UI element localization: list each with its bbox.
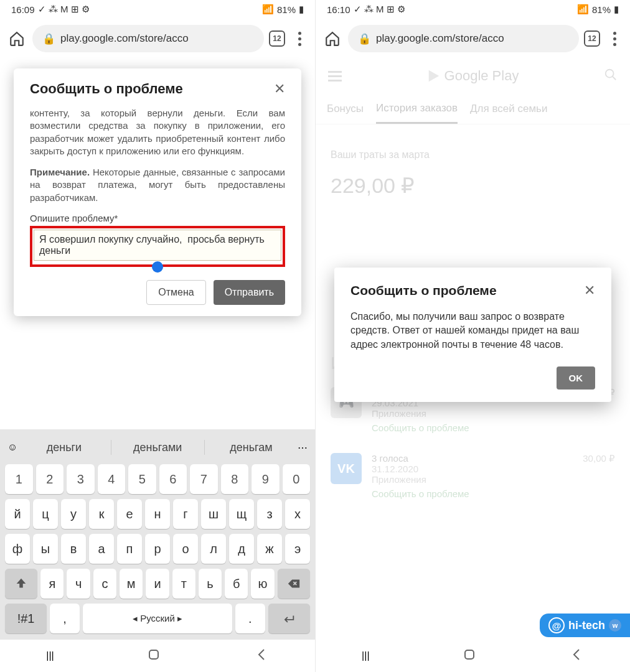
symbols-key[interactable]: !#1 — [5, 604, 47, 633]
status-icons: ✓ ⁂ M ⊞ ⚙ — [354, 4, 405, 15]
key-4[interactable]: 4 — [98, 464, 126, 494]
key-letter[interactable]: о — [173, 534, 198, 564]
status-icons: ✓ ⁂ M ⊞ ⚙ — [38, 4, 90, 15]
tab-bonus[interactable]: Бонусы — [327, 103, 364, 115]
key-letter[interactable]: з — [257, 499, 282, 529]
key-letter[interactable]: й — [5, 499, 30, 529]
key-letter[interactable]: х — [285, 499, 310, 529]
key-letter[interactable]: е — [117, 499, 142, 529]
search-icon[interactable] — [604, 68, 618, 84]
key-letter[interactable]: ч — [67, 569, 90, 599]
key-letter[interactable]: и — [146, 569, 169, 599]
close-icon[interactable]: ✕ — [274, 81, 285, 97]
report-problem-link[interactable]: Сообщить о проблеме — [372, 422, 568, 433]
ok-button[interactable]: OK — [557, 366, 596, 390]
key-letter[interactable]: ц — [33, 499, 58, 529]
key-8[interactable]: 8 — [221, 464, 249, 494]
battery-text: 81% — [592, 4, 611, 15]
key-letter[interactable]: б — [225, 569, 248, 599]
confirmation-text: Спасибо, мы получили ваш запрос о возвра… — [350, 310, 595, 352]
enter-key[interactable] — [268, 604, 310, 633]
confirmation-modal: Сообщить о проблеме ✕ Спасибо, мы получи… — [334, 268, 611, 402]
hamburger-icon[interactable] — [328, 71, 342, 82]
status-bar: 16:10 ✓ ⁂ M ⊞ ⚙ 📶 81% ▮ — [316, 0, 630, 19]
tab-count[interactable]: 12 — [584, 30, 600, 47]
key-letter[interactable]: н — [145, 499, 170, 529]
suggestion-1[interactable]: деньги — [24, 441, 104, 454]
suggestion-3[interactable]: деньгам — [211, 441, 291, 454]
home-button-icon[interactable] — [462, 647, 477, 665]
url-bar[interactable]: 🔒 play.google.com/store/acco — [348, 25, 579, 52]
recent-apps-icon[interactable]: ||| — [46, 650, 54, 661]
browser-bar: 🔒 play.google.com/store/acco 12 — [316, 19, 630, 58]
key-1[interactable]: 1 — [5, 464, 33, 494]
menu-icon[interactable] — [290, 32, 309, 46]
battery-text: 81% — [277, 4, 296, 15]
period-key[interactable]: . — [235, 604, 265, 633]
back-icon[interactable] — [254, 647, 269, 665]
key-5[interactable]: 5 — [128, 464, 156, 494]
url-bar[interactable]: 🔒 play.google.com/store/acco — [32, 25, 264, 52]
key-letter[interactable]: г — [173, 499, 198, 529]
menu-icon[interactable] — [605, 32, 624, 46]
home-icon[interactable] — [322, 28, 343, 49]
key-6[interactable]: 6 — [159, 464, 187, 494]
key-letter[interactable]: ю — [251, 569, 274, 599]
key-letter[interactable]: ж — [257, 534, 282, 564]
order-date: 31.12.2020 — [372, 464, 573, 474]
key-letter[interactable]: щ — [229, 499, 254, 529]
key-letter[interactable]: ф — [5, 534, 30, 564]
home-icon[interactable] — [6, 28, 27, 49]
key-0[interactable]: 0 — [283, 464, 311, 494]
status-time: 16:09 — [11, 4, 35, 15]
key-letter[interactable]: в — [61, 534, 86, 564]
more-icon[interactable]: ⋯ — [298, 442, 308, 454]
key-letter[interactable]: ы — [33, 534, 58, 564]
key-letter[interactable]: п — [117, 534, 142, 564]
backspace-key[interactable] — [278, 569, 310, 599]
problem-description-input[interactable] — [34, 230, 281, 261]
emoji-toggle-icon[interactable]: ☺ — [7, 442, 17, 453]
key-letter[interactable]: д — [229, 534, 254, 564]
close-icon[interactable]: ✕ — [584, 282, 595, 299]
recent-apps-icon[interactable]: ||| — [362, 650, 369, 661]
send-button[interactable]: Отправить — [214, 280, 285, 305]
shift-key[interactable] — [5, 569, 37, 599]
order-item: VK 3 голоса 31.12.2020 Приложения Сообщи… — [331, 443, 615, 509]
spend-summary: Ваши траты за марта 229,00 ₽ — [316, 124, 630, 210]
key-letter[interactable]: т — [172, 569, 195, 599]
back-icon[interactable] — [569, 647, 584, 665]
space-key[interactable]: ◂ Русский ▸ — [83, 604, 232, 633]
key-letter[interactable]: к — [89, 499, 114, 529]
key-3[interactable]: 3 — [67, 464, 95, 494]
key-letter[interactable]: с — [93, 569, 116, 599]
key-7[interactable]: 7 — [190, 464, 218, 494]
report-problem-link[interactable]: Сообщить о проблеме — [372, 488, 573, 499]
key-letter[interactable]: ь — [199, 569, 222, 599]
url-text: play.google.com/store/acco — [376, 32, 504, 45]
key-letter[interactable]: л — [201, 534, 226, 564]
key-letter[interactable]: я — [40, 569, 63, 599]
key-letter[interactable]: р — [145, 534, 170, 564]
key-letter[interactable]: м — [120, 569, 143, 599]
key-letter[interactable]: у — [61, 499, 86, 529]
suggestion-2[interactable]: деньгами — [118, 441, 198, 454]
soft-keyboard: ☺ деньги деньгами деньгам ⋯ 1 2 3 4 5 6 … — [0, 429, 315, 640]
tab-count[interactable]: 12 — [269, 30, 285, 47]
home-button-icon[interactable] — [146, 647, 161, 665]
tab-history[interactable]: История заказов — [376, 95, 458, 124]
comma-key[interactable]: , — [50, 604, 80, 633]
key-letter[interactable]: ш — [201, 499, 226, 529]
google-play-header: Google Play — [316, 58, 630, 93]
key-2[interactable]: 2 — [36, 464, 64, 494]
phone-left: 16:09 ✓ ⁂ M ⊞ ⚙ 📶 81% ▮ 🔒 play.google.co… — [0, 0, 315, 672]
cancel-button[interactable]: Отмена — [146, 280, 205, 305]
modal-title: Сообщить о проблеме — [350, 283, 497, 298]
watermark-badge: @ hi-tech w — [540, 614, 630, 637]
vk-icon: w — [609, 619, 621, 632]
key-9[interactable]: 9 — [252, 464, 280, 494]
order-category: Приложения — [372, 474, 573, 485]
key-letter[interactable]: э — [285, 534, 310, 564]
tab-family[interactable]: Для всей семьи — [470, 103, 547, 115]
key-letter[interactable]: а — [89, 534, 114, 564]
